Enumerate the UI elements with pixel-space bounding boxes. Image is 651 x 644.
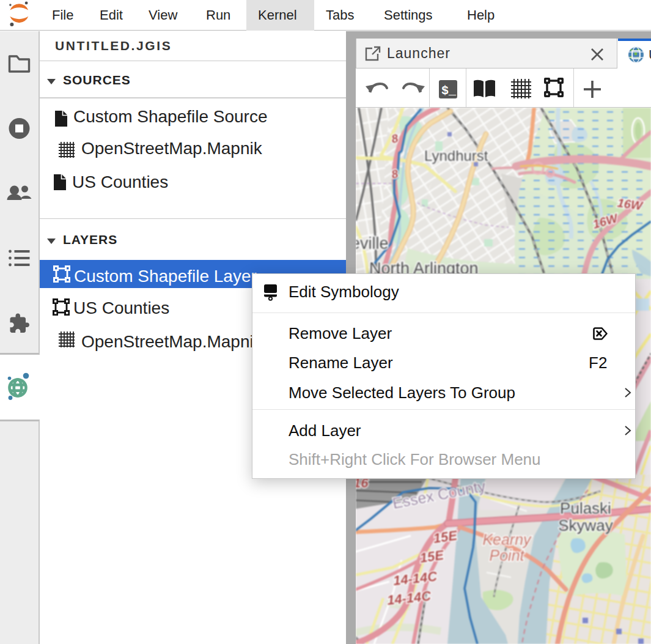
svg-text:eville: eville — [356, 234, 389, 253]
svg-text:Pulaski: Pulaski — [560, 499, 611, 517]
svg-text:Kearny: Kearny — [482, 531, 532, 548]
svg-text:Point: Point — [490, 547, 525, 564]
svg-text:$_: $_ — [441, 84, 457, 98]
svg-text:Lyndhurst: Lyndhurst — [424, 147, 488, 164]
svg-text:Skyway: Skyway — [558, 516, 613, 535]
